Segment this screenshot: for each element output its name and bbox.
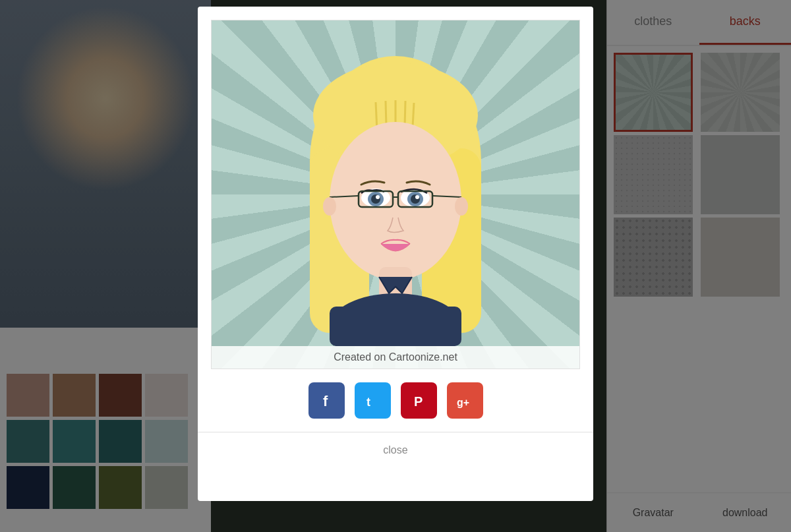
facebook-share-button[interactable]: f bbox=[308, 382, 345, 419]
svg-point-26 bbox=[323, 197, 336, 216]
modal-avatar-image: Created on Cartoonize.net bbox=[211, 20, 580, 369]
svg-point-20 bbox=[415, 195, 419, 199]
share-modal: Created on Cartoonize.net f t P bbox=[198, 7, 593, 501]
svg-rect-12 bbox=[330, 307, 461, 346]
social-share-buttons: f t P g+ bbox=[308, 382, 483, 419]
svg-point-27 bbox=[455, 197, 468, 216]
modal-overlay: Created on Cartoonize.net f t P bbox=[0, 0, 791, 532]
twitter-share-button[interactable]: t bbox=[355, 382, 391, 419]
watermark-text: Created on Cartoonize.net bbox=[212, 346, 579, 369]
svg-point-19 bbox=[376, 195, 380, 199]
svg-text:P: P bbox=[414, 394, 423, 409]
close-button[interactable]: close bbox=[198, 432, 593, 468]
svg-text:f: f bbox=[323, 393, 328, 409]
googleplus-share-button[interactable]: g+ bbox=[447, 382, 483, 419]
avatar-illustration bbox=[212, 20, 579, 369]
svg-point-9 bbox=[330, 122, 461, 280]
pinterest-share-button[interactable]: P bbox=[401, 382, 437, 419]
svg-text:t: t bbox=[366, 396, 370, 409]
svg-text:g+: g+ bbox=[457, 397, 469, 408]
